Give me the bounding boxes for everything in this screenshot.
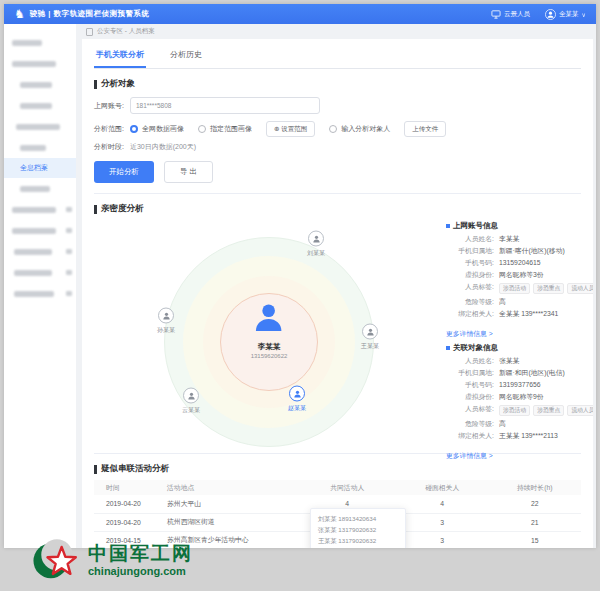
sidebar-item-redacted[interactable] bbox=[4, 53, 76, 74]
panel-title: 关联对象信息 bbox=[453, 343, 498, 353]
satellite-name: 刘某某 bbox=[307, 249, 325, 258]
person-tag: 涉恐重点 bbox=[533, 283, 564, 294]
person-icon bbox=[251, 300, 287, 336]
section-title: 分析对象 bbox=[101, 78, 135, 90]
sidebar-item-redacted[interactable] bbox=[4, 178, 76, 199]
export-button[interactable]: 导 出 bbox=[164, 161, 213, 183]
bullet-icon bbox=[446, 346, 450, 350]
field-value: 张某某 bbox=[499, 357, 519, 365]
watermark-site-url: chinajungong.com bbox=[88, 565, 193, 577]
satellite-node[interactable]: 云某某 bbox=[182, 388, 200, 415]
tooltip-line: 张某某 13179020632 bbox=[318, 524, 398, 535]
user-name: 全某某 bbox=[559, 10, 579, 19]
risk-value: 高 bbox=[499, 298, 506, 306]
sidebar-item-redacted[interactable] bbox=[4, 95, 76, 116]
sidebar-item-redacted[interactable] bbox=[4, 241, 76, 262]
section-title: 亲密度分析 bbox=[101, 203, 144, 215]
sidebar-item-redacted[interactable] bbox=[4, 283, 76, 304]
sidebar-item-label: 全息档案 bbox=[20, 163, 48, 173]
nav-group-label: 云景人员 bbox=[504, 10, 530, 19]
satellite-name: 孙某某 bbox=[157, 326, 175, 335]
sidebar-item-redacted[interactable] bbox=[4, 199, 76, 220]
chevron-down-icon: ∨ bbox=[582, 11, 586, 18]
app-title: 骏驰 | 数字轨迹围栏侦测预警系统 bbox=[30, 9, 150, 19]
field-label: 人员标签: bbox=[446, 405, 494, 416]
satellite-name: 赵某某 bbox=[288, 404, 306, 413]
radio-label: 指定范围画像 bbox=[210, 124, 252, 134]
tab-phone-relation-analysis[interactable]: 手机关联分析 bbox=[94, 45, 146, 68]
set-scope-button[interactable]: ⊕ 设置范围 bbox=[266, 121, 315, 137]
tooltip-line: 王某某 13179020632 bbox=[318, 535, 398, 546]
satellite-name: 王某某 bbox=[361, 342, 379, 351]
radio-icon bbox=[329, 125, 337, 133]
center-name: 李某某 bbox=[251, 342, 288, 352]
radio-full-network[interactable]: 全网数据画像 bbox=[130, 124, 184, 134]
satellite-name: 云某某 bbox=[182, 406, 200, 415]
field-label: 人员标签: bbox=[446, 283, 494, 294]
person-icon bbox=[312, 234, 321, 243]
person-icon bbox=[293, 389, 302, 398]
divider bbox=[94, 193, 581, 194]
star-crescent-logo-icon bbox=[30, 536, 82, 584]
section-analysis-object: 分析对象 bbox=[94, 78, 581, 90]
col-time: 时间 bbox=[94, 480, 167, 495]
field-label: 手机归属地: bbox=[446, 247, 494, 255]
panel-online-account-info: 上网账号信息 人员姓名:李某某 手机归属地:新疆·喀什(地区)(移动) 手机号码… bbox=[446, 221, 593, 340]
panel-title: 上网账号信息 bbox=[453, 221, 498, 231]
nav-cloud-personnel[interactable]: 云景人员 bbox=[491, 10, 530, 19]
field-value: 王某某 139****2113 bbox=[499, 432, 558, 440]
bullet-icon bbox=[446, 224, 450, 228]
satellite-node[interactable]: 王某某 bbox=[361, 324, 379, 351]
watermark-site-name: 中国军工网 bbox=[88, 544, 193, 563]
related-persons-tooltip: 刘某某 18913420634 张某某 13179020632 王某某 1317… bbox=[310, 508, 406, 548]
radio-selected-icon bbox=[130, 125, 138, 133]
section-title: 疑似串联活动分析 bbox=[101, 463, 169, 475]
panel-related-person-info: 关联对象信息 人员姓名:张某某 手机归属地:新疆·和田(地区)(电信) 手机号码… bbox=[446, 343, 593, 462]
field-label: 虚拟身份: bbox=[446, 393, 494, 401]
sidebar-item-redacted[interactable] bbox=[4, 32, 76, 53]
period-value: 近30日内数据(200天) bbox=[130, 142, 196, 152]
person-icon bbox=[366, 327, 375, 336]
satellite-node[interactable]: 刘某某 bbox=[307, 231, 325, 258]
center-person-node[interactable]: 李某某 13159620622 bbox=[251, 300, 288, 359]
start-analysis-button[interactable]: 开始分析 bbox=[94, 161, 154, 183]
account-label: 上网账号: bbox=[94, 101, 124, 111]
upload-file-button[interactable]: 上传文件 bbox=[404, 121, 446, 137]
horse-logo-icon: ♞ bbox=[14, 8, 25, 20]
sidebar-item-redacted[interactable] bbox=[4, 220, 76, 241]
section-linked-activity: 疑似串联活动分析 bbox=[94, 463, 581, 475]
radio-icon bbox=[198, 125, 206, 133]
field-label: 危险等级: bbox=[446, 420, 494, 428]
col-location: 活动地点 bbox=[167, 480, 298, 495]
sidebar-item-redacted[interactable] bbox=[4, 137, 76, 158]
sidebar-item-active[interactable]: 全息档案 bbox=[4, 158, 76, 178]
sidebar-item-redacted[interactable] bbox=[4, 74, 76, 95]
more-details-link[interactable]: 更多详情信息 > bbox=[446, 451, 493, 461]
document-icon bbox=[86, 28, 93, 36]
field-value: 13159204615 bbox=[499, 259, 541, 267]
sidebar-item-redacted[interactable] bbox=[4, 262, 76, 283]
center-phone: 13159620622 bbox=[251, 353, 288, 359]
field-value: 李某某 bbox=[499, 235, 519, 243]
account-input[interactable] bbox=[130, 97, 320, 114]
radio-specified-scope[interactable]: 指定范围画像 bbox=[198, 124, 252, 134]
tab-bar: 手机关联分析 分析历史 bbox=[94, 45, 581, 69]
field-value: 新疆·喀什(地区)(移动) bbox=[499, 247, 565, 255]
breadcrumb: 公安专区 - 人员档案 bbox=[76, 24, 596, 39]
field-label: 手机号码: bbox=[446, 259, 494, 267]
table-header-row: 时间 活动地点 共同活动人 碰面相关人 持续时长(h) bbox=[94, 480, 581, 495]
period-label: 分析时段: bbox=[94, 142, 124, 152]
sidebar-item-redacted[interactable] bbox=[4, 116, 76, 137]
radio-label: 输入分析对象人 bbox=[341, 124, 390, 134]
user-menu[interactable]: 全某某 ∨ bbox=[545, 9, 586, 20]
radio-input-target[interactable]: 输入分析对象人 bbox=[329, 124, 390, 134]
person-tag: 涉恐活动 bbox=[499, 405, 530, 416]
person-tag: 流动人员 bbox=[567, 283, 593, 294]
more-details-link[interactable]: 更多详情信息 > bbox=[446, 329, 493, 339]
field-value: 新疆·和田(地区)(电信) bbox=[499, 369, 565, 377]
satellite-node[interactable]: 孙某某 bbox=[157, 308, 175, 335]
field-label: 手机号码: bbox=[446, 381, 494, 389]
satellite-node-highlighted[interactable]: 赵某某 bbox=[288, 386, 306, 413]
tab-analysis-history[interactable]: 分析历史 bbox=[168, 45, 204, 68]
field-label: 人员姓名: bbox=[446, 235, 494, 243]
